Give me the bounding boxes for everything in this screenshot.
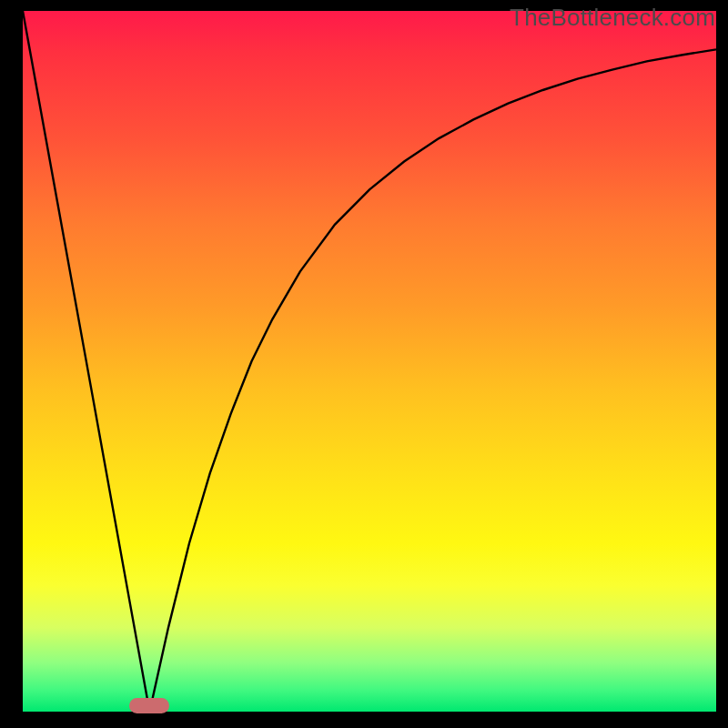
watermark-text: TheBottleneck.com [510,4,715,32]
chart-curve [23,11,716,712]
bottleneck-curve-path [23,11,716,712]
chart-stage: TheBottleneck.com [0,0,728,728]
minimum-marker-pill [129,698,169,713]
plot-area [23,11,716,712]
